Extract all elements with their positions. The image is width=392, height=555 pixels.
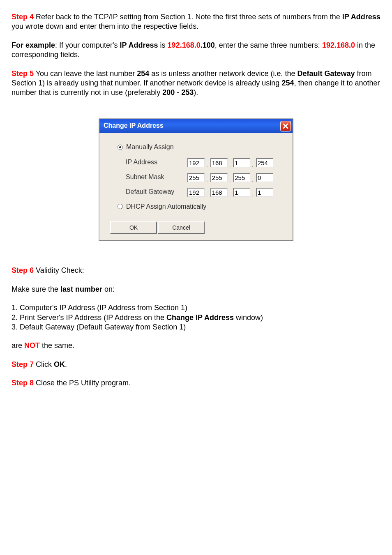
step5-text-b: as is unless another network device (i.e… — [149, 69, 297, 78]
dot-icon: . — [206, 162, 208, 169]
gateway-inputs: . . . — [187, 188, 273, 197]
dialog-body: Manually Assign IP Address . . . Subnet … — [99, 133, 293, 218]
dot-icon: . — [206, 177, 208, 184]
dot-icon: . — [229, 162, 231, 169]
example-ipaddress-bold: IP Address — [120, 41, 158, 49]
step6-paragraph: Step 6 Validity Check: — [12, 266, 380, 275]
step8-label: Step 8 — [12, 379, 34, 387]
ip-octet-4[interactable] — [256, 158, 273, 167]
radio-manually-assign[interactable]: Manually Assign — [110, 143, 282, 152]
example-red-three-2: 192.168.0 — [322, 41, 355, 49]
dialog-wrapper: Change IP Address Manually Assign IP Add… — [12, 118, 380, 242]
subnet-mask-inputs: . . . — [187, 173, 273, 182]
ok-button-label: OK — [129, 224, 138, 231]
gw-octet-1[interactable] — [187, 188, 205, 197]
example-dot100: .100 — [201, 41, 215, 49]
make-sure-b: on: — [102, 285, 115, 293]
dot-icon: . — [252, 177, 254, 184]
change-ip-dialog: Change IP Address Manually Assign IP Add… — [99, 118, 293, 242]
step4-text-b: you wrote down and enter them into the r… — [12, 22, 198, 30]
dialog-titlebar: Change IP Address — [99, 119, 293, 133]
dot-icon: . — [206, 191, 208, 198]
are-text: are — [12, 341, 24, 350]
step5-paragraph: Step 5 You can leave the last number 254… — [12, 69, 380, 98]
dialog-title: Change IP Address — [104, 122, 164, 130]
step5-text-e: ). — [194, 88, 198, 97]
step5-254: 254 — [137, 69, 149, 78]
step4-paragraph: Step 4 Refer back to the TCP/IP setting … — [12, 12, 380, 32]
dot-icon: . — [229, 177, 231, 184]
step6-label: Step 6 — [12, 266, 34, 274]
ip-octet-3[interactable] — [233, 158, 250, 167]
not-text: NOT — [24, 341, 40, 350]
example-text-a: : If your computer's — [55, 41, 120, 49]
example-text-b: is — [158, 41, 168, 49]
the-same-text: the same. — [40, 341, 74, 350]
ip-octet-2[interactable] — [210, 158, 228, 167]
validity-list: 1. Computer's IP Address (IP Address fro… — [12, 303, 380, 332]
radio-dhcp-label: DHCP Assign Automatically — [126, 203, 206, 211]
step7-label: Step 7 — [12, 360, 34, 368]
ip-address-row: IP Address . . . — [110, 158, 282, 167]
ip-address-label: IP Address — [126, 158, 187, 167]
cancel-button-label: Cancel — [172, 224, 190, 231]
list-item-2c: window) — [234, 313, 263, 322]
list-item-1: 1. Computer's IP Address (IP Address fro… — [12, 303, 380, 313]
mask-octet-4[interactable] — [256, 173, 273, 182]
step4-text-a: Refer back to the TCP/IP setting from Se… — [34, 13, 342, 21]
step7-text-b: . — [65, 360, 67, 368]
example-paragraph: For example: If your computer's IP Addre… — [12, 41, 380, 60]
list-item-2a: 2. Print Server's IP Address (IP Address… — [12, 313, 166, 322]
list-item-3: 3. Default Gateway (Default Gateway from… — [12, 322, 380, 332]
step5-dg-bold: Default Gateway — [297, 69, 355, 78]
ok-button[interactable]: OK — [110, 221, 157, 234]
default-gateway-label: Default Gateway — [126, 188, 187, 196]
make-sure-a: Make sure the — [12, 285, 60, 293]
radio-unselected-icon — [118, 204, 123, 209]
dot-icon: . — [229, 191, 231, 198]
step4-ipaddress-bold: IP Address — [342, 13, 380, 21]
dot-icon: . — [252, 162, 254, 169]
step5-text-a: You can leave the last number — [34, 69, 137, 78]
make-sure-paragraph: Make sure the last number on: — [12, 285, 380, 294]
subnet-mask-row: Subnet Mask . . . — [110, 173, 282, 182]
list-item-2: 2. Print Server's IP Address (IP Address… — [12, 313, 380, 322]
step7-text-a: Click — [34, 360, 54, 368]
ip-address-inputs: . . . — [187, 158, 273, 167]
default-gateway-row: Default Gateway . . . — [110, 188, 282, 197]
are-not-same: are NOT the same. — [12, 341, 380, 350]
ip-octet-1[interactable] — [187, 158, 205, 167]
step4-label: Step 4 — [12, 13, 34, 21]
dialog-buttons: OK Cancel — [99, 217, 293, 240]
step5-range: 200 - 253 — [162, 88, 194, 97]
step5-label: Step 5 — [12, 69, 34, 78]
radio-manual-label: Manually Assign — [126, 143, 174, 152]
mask-octet-2[interactable] — [210, 173, 228, 182]
subnet-mask-label: Subnet Mask — [126, 173, 187, 182]
example-red-three: 192.168.0 — [168, 41, 201, 49]
mask-octet-1[interactable] — [187, 173, 205, 182]
dot-icon: . — [252, 191, 254, 198]
step8-paragraph: Step 8 Close the PS Utility program. — [12, 378, 380, 388]
gw-octet-3[interactable] — [233, 188, 250, 197]
gw-octet-2[interactable] — [210, 188, 228, 197]
radio-selected-icon — [118, 145, 123, 150]
radio-dhcp-auto[interactable]: DHCP Assign Automatically — [110, 203, 282, 211]
example-prefix: For example — [12, 41, 55, 49]
step7-ok: OK — [54, 360, 65, 368]
mask-octet-3[interactable] — [233, 173, 250, 182]
last-number-bold: last number — [60, 285, 102, 293]
gw-octet-4[interactable] — [256, 188, 273, 197]
close-icon — [282, 123, 289, 129]
list-item-2b: Change IP Address — [166, 313, 234, 322]
close-button[interactable] — [280, 121, 291, 131]
cancel-button[interactable]: Cancel — [158, 221, 205, 234]
step8-text: Close the PS Utility program. — [34, 379, 131, 387]
step7-paragraph: Step 7 Click OK. — [12, 360, 380, 369]
step6-text: Validity Check: — [34, 266, 84, 274]
example-text-c: , enter the same three numbers: — [215, 41, 322, 49]
step5-254-2: 254 — [281, 79, 294, 87]
